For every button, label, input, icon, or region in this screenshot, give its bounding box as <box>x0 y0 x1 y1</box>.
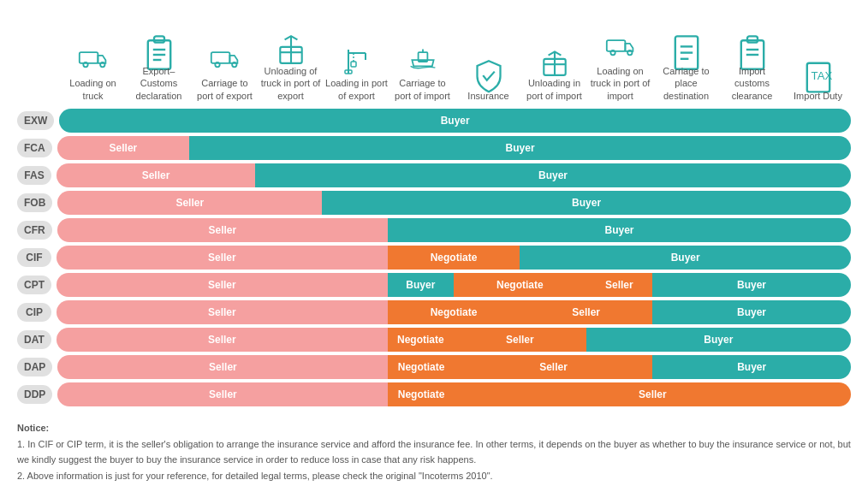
seg-pink: Seller <box>56 246 388 270</box>
seg-buyer: Buyer <box>255 163 851 187</box>
row-fas: FASSellerBuyer <box>17 163 851 187</box>
term-badge-fca: FCA <box>17 139 52 157</box>
col-header-import-duty: TAXImport Duty <box>785 59 851 102</box>
row-fob: FOBSellerBuyer <box>17 191 851 215</box>
notice-line: 1. In CIF or CIP term, it is the seller'… <box>17 436 851 468</box>
carriage-destination-icon <box>671 34 702 65</box>
notice-line: 2. Above information is just for your re… <box>17 468 851 484</box>
seg-pink: Seller <box>56 300 388 324</box>
seg-buyer: Buyer <box>189 136 851 160</box>
term-badge-cfr: CFR <box>17 221 52 240</box>
svg-rect-27 <box>606 40 625 51</box>
seg-negotiate: Negotiate <box>388 382 454 406</box>
bar-fob: SellerBuyer <box>57 191 851 215</box>
svg-point-9 <box>215 62 219 67</box>
unloading-import-icon <box>539 46 570 77</box>
term-badge-exw: EXW <box>17 111 54 130</box>
bar-fca: SellerBuyer <box>57 136 851 160</box>
seg-negotiate: Negotiate <box>454 273 586 297</box>
row-exw: EXWBuyer <box>17 109 851 133</box>
carriage-export-icon <box>210 46 241 77</box>
col-header-unloading-import: Unloading in port of import <box>521 46 587 102</box>
seg-buyer: Buyer <box>652 273 851 297</box>
svg-point-29 <box>627 50 632 55</box>
seg-pink: Seller <box>57 382 388 406</box>
seg-pink: Seller <box>56 273 388 297</box>
col-header-loading-port-export: Loading in port of export <box>324 46 389 102</box>
seg-negotiate: Negotiate <box>388 300 520 324</box>
loading-port-export-icon <box>342 46 372 77</box>
seg-buyer: Buyer <box>322 191 851 215</box>
term-badge-dat: DAT <box>17 330 51 349</box>
seg-pink: Seller <box>57 218 388 242</box>
bar-dat: SellerNegotiateSellerBuyer <box>56 328 851 352</box>
term-badge-fas: FAS <box>17 166 51 185</box>
col-header-unloading-export: Unloading of truck in port of export <box>258 34 324 102</box>
seg-buyer: Buyer <box>388 218 851 242</box>
row-cpt: CPTSellerBuyerNegotiateSellerBuyer <box>17 273 851 297</box>
seg-pink: Seller <box>57 355 388 379</box>
seg-buyer: Buyer <box>520 246 851 270</box>
loading-truck-import-icon <box>605 34 636 65</box>
term-badge-cif: CIF <box>17 248 51 267</box>
row-fca: FCASellerBuyer <box>17 136 851 160</box>
seg-buyer: Buyer <box>586 328 851 352</box>
row-ddp: DDPSellerNegotiateSeller <box>17 382 851 406</box>
notice-section: Notice:1. In CIF or CIP term, it is the … <box>17 420 851 484</box>
bar-exw: Buyer <box>59 109 851 133</box>
svg-rect-8 <box>211 52 229 63</box>
svg-rect-0 <box>79 52 98 63</box>
seg-seller: Buyer <box>59 109 851 133</box>
export-customs-icon <box>144 34 175 65</box>
svg-point-10 <box>232 62 236 67</box>
row-cip: CIPSellerNegotiateSellerBuyer <box>17 300 851 324</box>
row-cif: CIFSellerNegotiateBuyer <box>17 246 851 270</box>
col-header-loading-truck-import: Loading on truck in port of import <box>587 34 653 102</box>
term-badge-ddp: DDP <box>17 385 52 404</box>
bar-ddp: SellerNegotiateSeller <box>57 382 851 406</box>
seg-negotiate: Negotiate <box>388 355 454 379</box>
seg-pink2: Seller <box>455 382 851 406</box>
header-row: Loading on truckExport–Customs declarati… <box>17 34 851 102</box>
seg-pink2: Seller <box>586 273 652 297</box>
seg-pink2: Seller <box>454 328 586 352</box>
seg-negotiate: Negotiate <box>388 246 520 270</box>
col-header-carriage-import: Carriage to port of import <box>389 46 455 102</box>
col-header-carriage-destination: Carriage to place destination <box>653 34 719 102</box>
row-cfr: CFRSellerBuyer <box>17 218 851 242</box>
bar-fas: SellerBuyer <box>56 163 851 187</box>
seg-pink: Seller <box>57 136 190 160</box>
bar-cip: SellerNegotiateSellerBuyer <box>56 300 851 324</box>
svg-rect-19 <box>351 62 356 67</box>
bar-cfr: SellerBuyer <box>57 218 851 242</box>
notice-title: Notice: <box>17 420 851 436</box>
col-header-export-customs: Export–Customs declaration <box>126 34 192 102</box>
row-dat: DATSellerNegotiateSellerBuyer <box>17 328 851 352</box>
seg-pink: Seller <box>57 191 322 215</box>
insurance-icon <box>473 59 504 90</box>
col-header-loading-truck: Loading on truck <box>60 46 126 102</box>
import-duty-icon: TAX <box>803 59 834 90</box>
bar-cif: SellerNegotiateBuyer <box>56 246 851 270</box>
term-badge-cpt: CPT <box>17 276 51 294</box>
import-customs-icon <box>737 34 768 65</box>
term-badge-fob: FOB <box>17 193 52 212</box>
data-rows: EXWBuyerFCASellerBuyerFASSellerBuyerFOBS… <box>17 109 851 406</box>
col-header-insurance: Insurance <box>455 59 521 102</box>
row-dap: DAPSellerNegotiateSellerBuyer <box>17 355 851 379</box>
svg-point-28 <box>610 50 615 55</box>
svg-point-2 <box>100 62 104 67</box>
svg-text:TAX: TAX <box>811 69 832 82</box>
carriage-import-icon <box>407 46 438 77</box>
bar-dap: SellerNegotiateSellerBuyer <box>57 355 851 379</box>
seg-pink: Seller <box>56 163 255 187</box>
seg-pink: Seller <box>56 328 388 352</box>
bar-cpt: SellerBuyerNegotiateSellerBuyer <box>56 273 851 297</box>
seg-pink2: Seller <box>520 300 652 324</box>
term-badge-cip: CIP <box>17 303 51 322</box>
unloading-export-icon <box>276 34 306 65</box>
col-header-carriage-export: Carriage to port of export <box>192 46 258 102</box>
seg-buyer: Buyer <box>652 355 851 379</box>
loading-truck-icon <box>78 46 109 77</box>
seg-pink2: Seller <box>455 355 653 379</box>
